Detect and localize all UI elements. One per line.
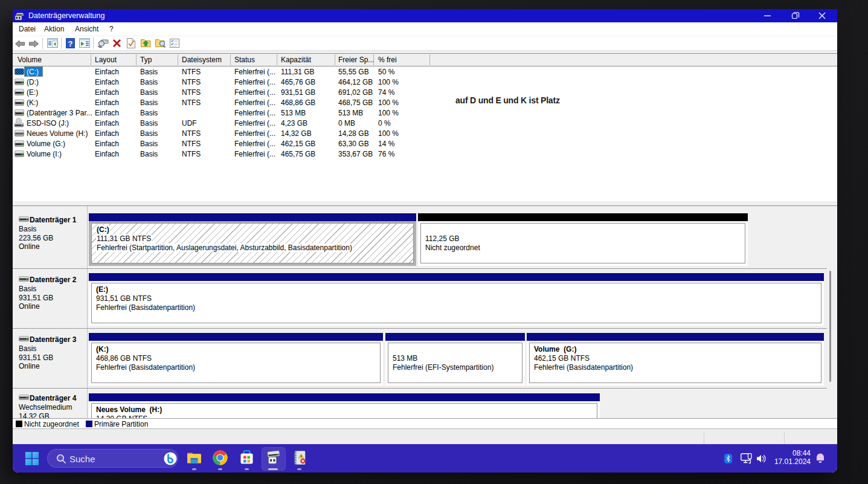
- svg-text:?: ?: [68, 39, 73, 48]
